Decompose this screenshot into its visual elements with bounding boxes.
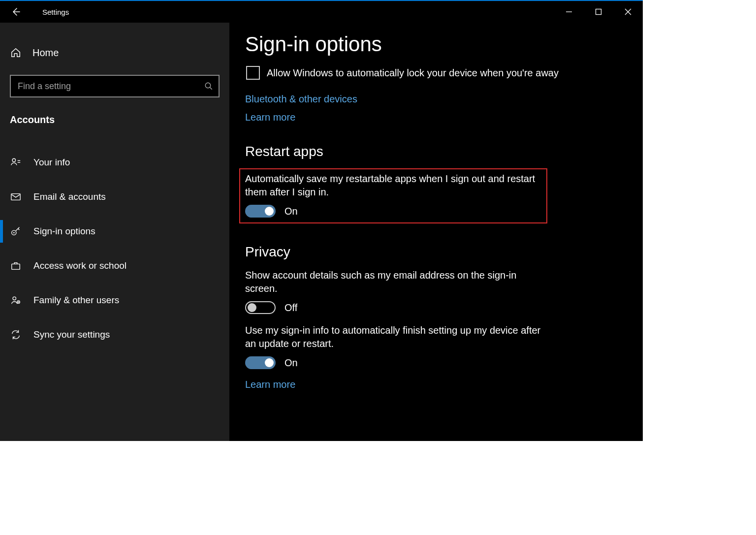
user-icon	[10, 157, 22, 168]
finish-setup-toggle[interactable]	[245, 356, 276, 369]
sidebar-nav: Your info Email & accounts Sign-in optio…	[0, 145, 229, 352]
sidebar-item-your-info[interactable]: Your info	[0, 145, 229, 180]
sidebar: Home Accounts Your info	[0, 23, 229, 441]
auto-lock-label: Allow Windows to automatically lock your…	[267, 67, 559, 79]
finish-setup-desc: Use my sign-in info to automatically fin…	[245, 324, 550, 350]
svg-rect-12	[12, 264, 20, 269]
restart-apps-desc: Automatically save my restartable apps w…	[245, 172, 541, 199]
svg-point-11	[13, 232, 15, 233]
restart-apps-toggle[interactable]	[245, 205, 276, 218]
close-icon	[625, 8, 631, 15]
restart-apps-highlight: Automatically save my restartable apps w…	[239, 168, 547, 223]
finish-setup-setting: Use my sign-in info to automatically fin…	[245, 324, 550, 369]
home-button[interactable]: Home	[0, 39, 229, 66]
show-details-toggle-row: Off	[245, 301, 550, 314]
show-details-toggle-state: Off	[284, 302, 297, 314]
people-icon	[10, 294, 22, 306]
svg-line-5	[210, 87, 212, 90]
sidebar-item-label: Access work or school	[33, 260, 126, 271]
restart-apps-toggle-row: On	[245, 205, 541, 218]
sidebar-item-label: Family & other users	[33, 295, 119, 306]
show-details-setting: Show account details such as my email ad…	[245, 269, 550, 314]
sidebar-item-label: Your info	[33, 157, 70, 168]
svg-point-6	[12, 158, 15, 161]
close-button[interactable]	[613, 2, 643, 22]
window-controls	[554, 2, 643, 22]
bluetooth-link[interactable]: Bluetooth & other devices	[245, 94, 643, 105]
main-content: Sign-in options Allow Windows to automat…	[229, 23, 643, 441]
privacy-learn-more-link[interactable]: Learn more	[245, 379, 643, 390]
auto-lock-checkbox[interactable]	[246, 66, 260, 80]
page-title: Sign-in options	[245, 32, 643, 56]
titlebar: Settings	[0, 1, 643, 23]
svg-point-4	[205, 83, 211, 88]
svg-rect-1	[596, 9, 601, 15]
minimize-icon	[566, 8, 572, 15]
restart-apps-setting: Automatically save my restartable apps w…	[245, 172, 541, 218]
sidebar-item-label: Sign-in options	[33, 226, 95, 237]
sidebar-item-label: Sync your settings	[33, 329, 110, 340]
finish-setup-toggle-state: On	[284, 357, 298, 369]
search-icon	[199, 82, 219, 91]
finish-setup-toggle-row: On	[245, 356, 550, 369]
sidebar-item-sync-settings[interactable]: Sync your settings	[0, 317, 229, 352]
sidebar-item-sign-in-options[interactable]: Sign-in options	[0, 214, 229, 249]
back-button[interactable]	[0, 1, 32, 23]
sidebar-item-work-school[interactable]: Access work or school	[0, 249, 229, 283]
sync-icon	[10, 329, 22, 341]
sidebar-item-label: Email & accounts	[33, 191, 106, 202]
learn-more-link[interactable]: Learn more	[245, 112, 643, 123]
maximize-icon	[595, 8, 602, 15]
mail-icon	[10, 191, 22, 203]
restart-apps-heading: Restart apps	[245, 144, 643, 159]
settings-window: Settings	[0, 0, 643, 441]
svg-rect-9	[11, 194, 20, 200]
sidebar-item-email-accounts[interactable]: Email & accounts	[0, 180, 229, 214]
home-icon	[10, 47, 22, 59]
sidebar-item-family-users[interactable]: Family & other users	[0, 283, 229, 317]
search-input[interactable]	[11, 81, 199, 92]
privacy-heading: Privacy	[245, 244, 643, 260]
key-icon	[10, 225, 22, 237]
search-container	[10, 75, 220, 97]
restart-apps-toggle-state: On	[284, 206, 298, 217]
window-title: Settings	[42, 8, 69, 16]
auto-lock-setting: Allow Windows to automatically lock your…	[245, 66, 643, 80]
back-arrow-icon	[11, 7, 21, 17]
show-details-desc: Show account details such as my email ad…	[245, 269, 550, 295]
search-box[interactable]	[10, 75, 220, 97]
home-label: Home	[32, 47, 59, 59]
svg-point-13	[13, 297, 16, 300]
minimize-button[interactable]	[554, 2, 584, 22]
briefcase-icon	[10, 260, 22, 272]
show-details-toggle[interactable]	[245, 301, 276, 314]
sidebar-section-heading: Accounts	[0, 97, 229, 130]
maximize-button[interactable]	[584, 2, 613, 22]
